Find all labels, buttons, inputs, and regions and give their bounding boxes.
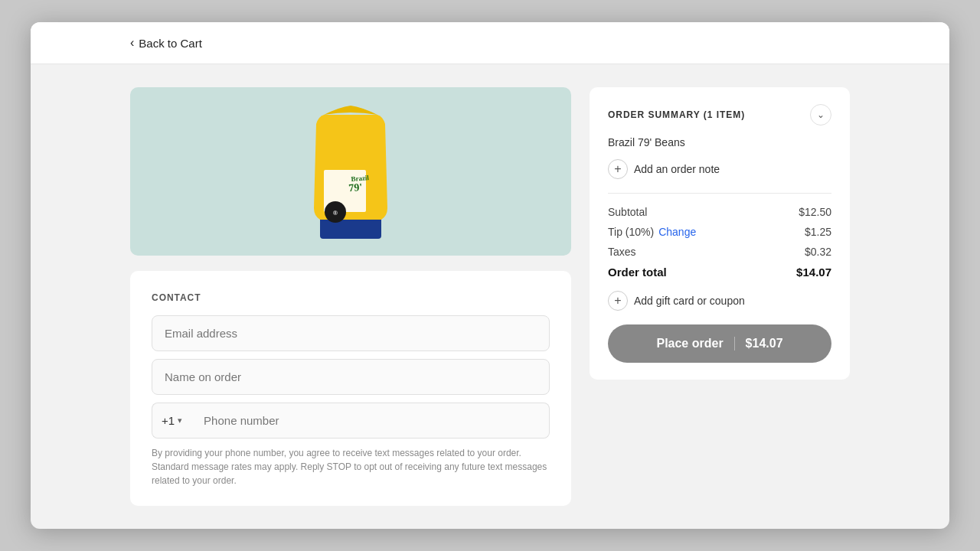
taxes-row: Taxes $0.32	[608, 246, 831, 258]
plus-icon-gift: +	[608, 291, 628, 311]
order-item-name: Brazil 79' Beans	[608, 136, 831, 148]
svg-text:®: ®	[333, 210, 338, 217]
order-total-value: $14.07	[796, 266, 831, 279]
product-image-box: Brazil 79' ®	[130, 87, 571, 256]
order-summary-header: ORDER SUMMARY (1 ITEM) ⌄	[608, 104, 831, 126]
email-input[interactable]	[152, 315, 550, 351]
country-code-selector[interactable]: +1 ▾	[152, 403, 191, 439]
phone-input[interactable]	[191, 403, 550, 439]
chevron-down-icon: ⌄	[817, 109, 825, 120]
button-divider	[734, 337, 735, 350]
tip-label: Tip (10%)	[608, 226, 654, 238]
contact-section-label: CONTACT	[152, 292, 550, 303]
subtotal-value: $12.50	[799, 206, 831, 218]
order-summary-panel: ORDER SUMMARY (1 ITEM) ⌄ Brazil 79' Bean…	[590, 87, 850, 380]
tip-row: Tip (10%) Change $1.25	[608, 226, 831, 238]
order-total-row: Order total $14.07	[608, 266, 831, 279]
back-to-cart-button[interactable]: ‹ Back to Cart	[130, 36, 202, 50]
phone-row: +1 ▾	[152, 403, 550, 439]
order-total-label: Order total	[608, 266, 667, 279]
subtotal-label: Subtotal	[608, 206, 647, 218]
chevron-left-icon: ‹	[130, 36, 134, 50]
tip-value: $1.25	[805, 226, 831, 238]
subtotal-row: Subtotal $12.50	[608, 206, 831, 218]
taxes-value: $0.32	[805, 246, 831, 258]
add-gift-card-button[interactable]: + Add gift card or coupon	[608, 291, 831, 311]
place-order-button[interactable]: Place order $14.07	[608, 324, 831, 363]
place-order-amount: $14.07	[746, 337, 783, 350]
change-tip-button[interactable]: Change	[658, 226, 696, 238]
name-input[interactable]	[152, 359, 550, 395]
product-image: Brazil 79' ®	[305, 101, 397, 243]
header: ‹ Back to Cart	[31, 22, 949, 64]
taxes-label: Taxes	[608, 246, 636, 258]
app-window: ‹ Back to Cart Brazil 79'	[31, 22, 949, 529]
add-note-label: Add an order note	[634, 163, 720, 175]
gift-card-label: Add gift card or coupon	[634, 295, 745, 307]
divider-1	[608, 193, 831, 194]
tip-label-group: Tip (10%) Change	[608, 226, 696, 238]
phone-disclaimer: By providing your phone number, you agre…	[152, 446, 550, 487]
chevron-down-icon: ▾	[178, 416, 182, 425]
plus-icon: +	[608, 159, 628, 179]
contact-form: CONTACT +1 ▾ By providing your phone num…	[130, 271, 571, 506]
country-code-value: +1	[162, 414, 175, 427]
main-content: Brazil 79' ® CONTACT +1 ▾	[31, 64, 949, 529]
place-order-label: Place order	[656, 337, 723, 350]
add-note-button[interactable]: + Add an order note	[608, 159, 831, 179]
collapse-summary-button[interactable]: ⌄	[810, 104, 831, 126]
order-summary-title: ORDER SUMMARY (1 ITEM)	[608, 109, 745, 120]
back-label: Back to Cart	[139, 37, 202, 50]
svg-text:79': 79'	[348, 181, 363, 194]
left-column: Brazil 79' ® CONTACT +1 ▾	[130, 87, 571, 506]
